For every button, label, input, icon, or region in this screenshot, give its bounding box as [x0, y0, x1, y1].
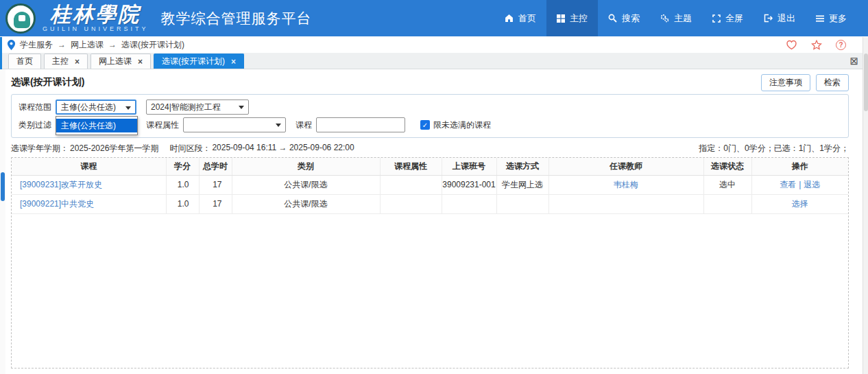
- home-icon: [505, 14, 514, 23]
- filter-panel: 课程范围 主修(公共任选) 2024|智能测控工程 类别过滤 课程属性 课程: [11, 94, 849, 138]
- attribute-cell: [380, 175, 442, 194]
- theme-icon: [660, 14, 669, 23]
- term-label: 选课学年学期：: [11, 143, 69, 154]
- category-cell: 公共课/限选: [232, 194, 380, 213]
- program-select[interactable]: 2024|智能测控工程: [146, 100, 249, 115]
- breadcrumb-item[interactable]: 网上选课: [71, 39, 104, 51]
- university-logo: [5, 3, 36, 34]
- logout-icon: [764, 14, 773, 23]
- only-unfilled-label: 限未选满的课程: [433, 119, 491, 131]
- notes-button[interactable]: 注意事项: [761, 74, 810, 91]
- breadcrumb-separator: →: [58, 40, 66, 49]
- dropdown-option-selected[interactable]: 主修(公共任选): [56, 119, 137, 132]
- table-row: [39009231]改革开放史 1.0 17 公共课/限选 39009231-0…: [12, 175, 848, 194]
- university-logo-mark: [14, 12, 30, 28]
- application-window: 桂林學院 GUILIN UNIVERSITY 教学综合管理服务平台 首页 主控: [0, 0, 868, 374]
- bookmark-star-icon[interactable]: [811, 40, 822, 50]
- fullscreen-icon: [712, 14, 721, 23]
- select-action-link[interactable]: 选择: [792, 199, 808, 209]
- col-hours: 总学时: [199, 158, 232, 175]
- col-category: 类别: [232, 158, 380, 175]
- tab-dashboard[interactable]: 主控: [44, 54, 88, 69]
- col-method: 选课方式: [496, 158, 548, 175]
- view-action-link[interactable]: 查看: [780, 180, 796, 189]
- teacher-link[interactable]: 韦桂梅: [614, 180, 638, 189]
- university-name-block: 桂林學院 GUILIN UNIVERSITY: [43, 4, 149, 32]
- nav-item-theme[interactable]: 主题: [650, 0, 702, 36]
- table-header-row: 课程 学分 总学时 类别 课程属性 上课班号 选课方式 任课教师 选课状态 操作: [12, 158, 848, 175]
- nav-item-label: 全屏: [725, 12, 743, 25]
- platform-title: 教学综合管理服务平台: [161, 9, 312, 28]
- class-no-cell: 39009231-001: [442, 175, 496, 194]
- course-keyword-label: 课程: [296, 119, 312, 131]
- tab-label: 网上选课: [99, 56, 132, 67]
- left-scrollbar-thumb[interactable]: [1, 172, 5, 201]
- help-icon[interactable]: [836, 40, 846, 50]
- term-value: 2025-2026学年第一学期: [70, 143, 158, 154]
- main-content: 选课(按开课计划) 注意事项 检索 课程范围 主修(公共任选) 2024|智能测…: [0, 69, 868, 374]
- page-title-row: 选课(按开课计划) 注意事项 检索: [11, 72, 849, 93]
- search-button[interactable]: 检索: [816, 74, 849, 91]
- nav-item-dashboard[interactable]: 主控: [546, 0, 598, 36]
- tab-close-icon[interactable]: [75, 58, 80, 66]
- nav-item-search[interactable]: 搜索: [598, 0, 650, 36]
- breadcrumb-item[interactable]: 学生服务: [20, 39, 53, 51]
- favorite-heart-icon[interactable]: [786, 40, 797, 50]
- credits-cell: 1.0: [166, 194, 199, 213]
- status-cell: 选中: [703, 175, 751, 194]
- course-link[interactable]: [39009221]中共党史: [20, 199, 94, 209]
- method-cell: 学生网上选: [496, 175, 548, 194]
- course-scope-select[interactable]: 主修(公共任选): [56, 100, 136, 115]
- university-name: 桂林學院: [50, 4, 141, 25]
- selection-status-row: 选课学年学期： 2025-2026学年第一学期 时间区段： 2025-09-04…: [11, 143, 849, 154]
- close-all-tabs-icon[interactable]: [849, 55, 858, 67]
- col-status: 选课状态: [703, 158, 751, 175]
- nav-item-label: 更多: [829, 12, 847, 25]
- left-accent-bar: [0, 37, 2, 69]
- tab-home[interactable]: 首页: [8, 54, 41, 69]
- withdraw-action-link[interactable]: 退选: [804, 180, 820, 189]
- breadcrumb-action-icons: [786, 40, 846, 50]
- course-scope-value: 主修(公共任选): [61, 102, 116, 113]
- breadcrumb-bar: 学生服务 → 网上选课 → 选课(按开课计划): [0, 36, 868, 53]
- only-unfilled-checkbox[interactable]: [420, 120, 430, 130]
- breadcrumb-item[interactable]: 选课(按开课计划): [121, 39, 184, 51]
- tab-label: 主控: [52, 56, 69, 67]
- nav-item-fullscreen[interactable]: 全屏: [702, 0, 754, 36]
- right-scrollbar-thumb[interactable]: [864, 54, 868, 111]
- tab-close-icon[interactable]: [138, 58, 143, 66]
- tab-online-course-selection[interactable]: 网上选课: [91, 54, 151, 69]
- hours-cell: 17: [199, 175, 232, 194]
- course-keyword-input[interactable]: [316, 117, 405, 132]
- search-icon: [608, 14, 617, 23]
- attribute-cell: [380, 194, 442, 213]
- col-credits: 学分: [166, 158, 199, 175]
- tab-close-icon[interactable]: [231, 58, 236, 66]
- nav-item-more[interactable]: 更多: [806, 0, 857, 36]
- page-title: 选课(按开课计划): [11, 76, 84, 89]
- hours-cell: 17: [199, 194, 232, 213]
- col-attribute: 课程属性: [380, 158, 442, 175]
- program-value: 2024|智能测控工程: [151, 102, 221, 113]
- nav-item-logout[interactable]: 退出: [754, 0, 806, 36]
- course-scope-label: 课程范围: [19, 102, 51, 113]
- filter-row-1: 课程范围 主修(公共任选) 2024|智能测控工程: [19, 100, 841, 115]
- class-no-cell: [442, 194, 496, 213]
- university-latin-name: GUILIN UNIVERSITY: [43, 25, 149, 32]
- tab-course-selection-by-plan[interactable]: 选课(按开课计划): [154, 54, 244, 69]
- period-value: 2025-09-04 16:11 → 2025-09-06 22:00: [212, 143, 354, 154]
- right-scrollbar[interactable]: [863, 37, 868, 374]
- top-header: 桂林學院 GUILIN UNIVERSITY 教学综合管理服务平台 首页 主控: [0, 0, 868, 36]
- credits-cell: 1.0: [166, 175, 199, 194]
- course-table-container: 课程 学分 总学时 类别 课程属性 上课班号 选课方式 任课教师 选课状态 操作: [11, 157, 849, 369]
- nav-item-home[interactable]: 首页: [494, 0, 546, 36]
- course-scope-dropdown-panel: 主修(公共任选): [56, 116, 138, 135]
- course-attribute-select[interactable]: [183, 117, 286, 132]
- nav-item-label: 主控: [570, 12, 588, 25]
- course-link[interactable]: [39009231]改革开放史: [20, 180, 102, 189]
- course-table: 课程 学分 总学时 类别 课程属性 上课班号 选课方式 任课教师 选课状态 操作: [12, 158, 848, 214]
- category-filter-label: 类别过滤: [19, 119, 51, 131]
- action-separator: |: [799, 180, 801, 189]
- table-row: [39009221]中共党史 1.0 17 公共课/限选 选择: [12, 194, 848, 213]
- left-scrollbar[interactable]: [0, 69, 5, 374]
